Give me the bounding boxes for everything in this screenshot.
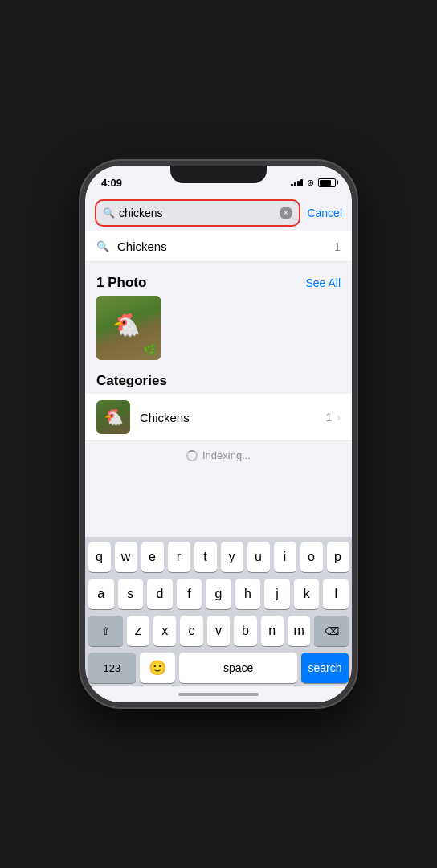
key-b[interactable]: b: [234, 616, 256, 646]
key-o[interactable]: o: [300, 542, 323, 572]
key-z[interactable]: z: [127, 616, 149, 646]
photos-section-title: 1 Photo: [96, 275, 146, 291]
search-input-value[interactable]: chickens: [119, 207, 275, 219]
key-v[interactable]: v: [207, 616, 230, 646]
search-bar[interactable]: 🔍 chickens ✕: [95, 199, 300, 227]
keyboard: q w e r t y u i o p a s d f g h j k: [85, 537, 352, 686]
key-p[interactable]: p: [327, 542, 349, 572]
wifi-icon: ⊛: [307, 178, 314, 188]
key-m[interactable]: m: [288, 616, 310, 646]
key-a[interactable]: a: [88, 579, 114, 609]
keyboard-row-3: ⇧ z x c v b n m ⌫: [88, 616, 349, 646]
category-chicken-image: 🐔: [96, 400, 130, 434]
key-y[interactable]: y: [221, 542, 243, 572]
photos-section: 1 Photo See All: [85, 268, 352, 360]
key-u[interactable]: u: [247, 542, 270, 572]
key-c[interactable]: c: [180, 616, 202, 646]
key-x[interactable]: x: [153, 616, 176, 646]
key-w[interactable]: w: [115, 542, 137, 572]
content-area: 🔍 Chickens 1 1 Photo See All Categories: [85, 231, 352, 537]
delete-key[interactable]: ⌫: [314, 616, 349, 646]
space-key[interactable]: space: [179, 653, 297, 683]
key-q[interactable]: q: [88, 542, 111, 572]
key-e[interactable]: e: [141, 542, 164, 572]
search-suggestion-icon: 🔍: [96, 240, 109, 252]
photo-grid: [85, 296, 352, 360]
loading-spinner: [186, 450, 198, 461]
clear-button[interactable]: ✕: [280, 207, 292, 219]
category-row[interactable]: 🐔 Chickens 1 ›: [85, 394, 352, 441]
photos-section-header: 1 Photo See All: [85, 268, 352, 296]
suggestion-count: 1: [334, 240, 341, 253]
key-j[interactable]: j: [264, 579, 290, 609]
keyboard-row-2: a s d f g h j k l: [88, 579, 349, 609]
home-indicator: [85, 686, 352, 702]
key-g[interactable]: g: [206, 579, 231, 609]
phone-screen: 4:09 ⊛ 🔍 chickens ✕: [85, 166, 352, 702]
key-f[interactable]: f: [177, 579, 202, 609]
status-icons: ⊛: [291, 178, 336, 188]
search-area: 🔍 chickens ✕ Cancel: [85, 194, 352, 231]
key-i[interactable]: i: [274, 542, 296, 572]
key-h[interactable]: h: [235, 579, 261, 609]
categories-section-title: Categories: [85, 366, 352, 394]
indexing-row: Indexing...: [85, 441, 352, 469]
photos-see-all-button[interactable]: See All: [305, 276, 341, 289]
photo-thumbnail[interactable]: [96, 296, 161, 360]
status-time: 4:09: [101, 177, 122, 189]
categories-section: Categories 🐔 Chickens 1 ›: [85, 366, 352, 441]
home-bar: [178, 693, 259, 696]
search-key[interactable]: search: [301, 653, 349, 683]
phone-frame: 4:09 ⊛ 🔍 chickens ✕: [80, 161, 357, 707]
search-icon: 🔍: [103, 207, 115, 219]
keyboard-row-4: 123 🙂 space search: [88, 653, 349, 683]
key-k[interactable]: k: [294, 579, 320, 609]
chicken-image: [96, 296, 161, 360]
keyboard-row-1: q w e r t y u i o p: [88, 542, 349, 572]
key-l[interactable]: l: [323, 579, 349, 609]
suggestion-text: Chickens: [117, 240, 334, 253]
signal-icon: [291, 178, 303, 186]
emoji-key[interactable]: 🙂: [140, 653, 175, 683]
key-s[interactable]: s: [118, 579, 144, 609]
category-thumbnail: 🐔: [96, 400, 130, 434]
suggestion-row[interactable]: 🔍 Chickens 1: [85, 231, 352, 262]
key-n[interactable]: n: [261, 616, 284, 646]
cancel-button[interactable]: Cancel: [307, 207, 342, 219]
key-d[interactable]: d: [147, 579, 173, 609]
battery-fill: [320, 180, 331, 186]
category-name: Chickens: [140, 411, 326, 424]
indexing-text: Indexing...: [202, 449, 251, 461]
chevron-right-icon: ›: [337, 411, 341, 424]
key-r[interactable]: r: [168, 542, 190, 572]
notch: [170, 166, 267, 183]
search-bar-wrapper: 🔍 chickens ✕: [95, 199, 300, 227]
shift-key[interactable]: ⇧: [88, 616, 123, 646]
category-count: 1: [326, 411, 333, 424]
key-t[interactable]: t: [194, 542, 217, 572]
battery-icon: [318, 178, 336, 187]
numbers-key[interactable]: 123: [88, 653, 136, 683]
